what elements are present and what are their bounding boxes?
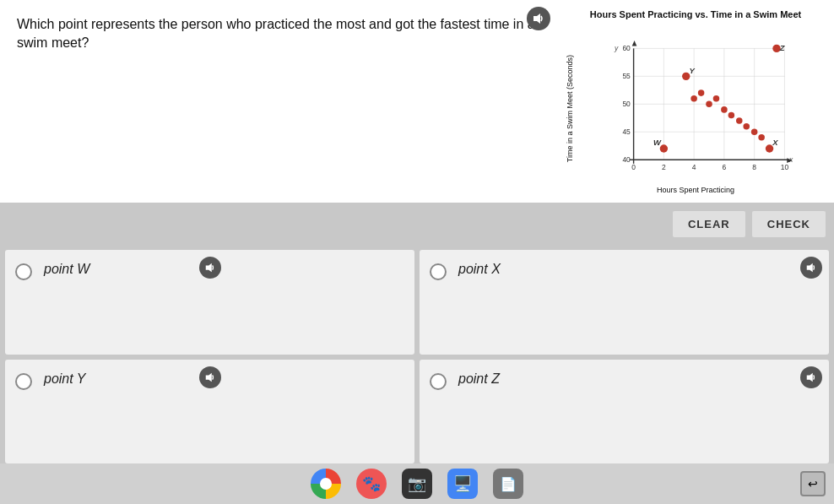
svg-text:8: 8 (752, 164, 756, 172)
speaker-Z[interactable] (800, 366, 822, 388)
point-W-label: W (653, 138, 662, 147)
answer-option-W: point W (5, 250, 414, 355)
svg-marker-41 (205, 372, 211, 382)
svg-marker-40 (807, 263, 813, 273)
taskbar-exit-icon[interactable]: ↩ (800, 471, 826, 496)
svg-point-35 (736, 117, 743, 124)
taskbar-camera-icon[interactable]: 📷 (402, 469, 432, 499)
question-text: Which point represents the person who pr… (17, 15, 540, 53)
radio-Z[interactable] (430, 373, 447, 390)
point-X-label: X (772, 138, 778, 147)
svg-point-29 (690, 95, 697, 102)
svg-text:6: 6 (722, 164, 726, 172)
svg-point-34 (728, 112, 734, 119)
svg-point-37 (751, 129, 758, 136)
action-row: CLEAR CHECK (557, 203, 834, 245)
label-Z: point Z (458, 371, 500, 387)
taskbar-rect-icon[interactable]: 🖥️ (447, 469, 478, 499)
speaker-Y[interactable] (199, 366, 221, 388)
chart-svg: 60 y 55 50 45 40 0 2 4 6 8 10 x (577, 41, 826, 176)
label-Y: point Y (44, 371, 86, 387)
svg-text:40: 40 (622, 155, 631, 164)
svg-text:60: 60 (622, 44, 631, 52)
svg-marker-42 (807, 372, 813, 382)
radio-W[interactable] (15, 263, 32, 280)
y-axis-label: Time in a Swim Meet (Seconds) (566, 55, 575, 162)
radio-X[interactable] (430, 263, 447, 280)
x-axis-label: Hours Spent Practicing (657, 186, 734, 194)
chart-title: Hours Spent Practicing vs. Time in a Swi… (590, 8, 801, 20)
answer-option-Z: point Z (420, 360, 829, 464)
taskbar-chrome-icon[interactable] (311, 469, 341, 499)
chart-area: Hours Spent Practicing vs. Time in a Swi… (557, 0, 834, 203)
svg-point-31 (706, 101, 712, 108)
svg-text:50: 50 (622, 100, 631, 108)
svg-point-33 (721, 106, 728, 113)
speaker-W[interactable] (199, 257, 221, 279)
svg-text:4: 4 (692, 164, 696, 172)
svg-text:55: 55 (622, 72, 631, 80)
svg-point-36 (743, 123, 750, 130)
question-speaker-button[interactable] (527, 7, 550, 30)
point-W-dot (659, 144, 667, 152)
svg-marker-28 (632, 41, 637, 46)
svg-text:2: 2 (662, 164, 666, 172)
taskbar-doc-icon[interactable]: 📄 (493, 469, 523, 499)
svg-text:10: 10 (781, 164, 789, 172)
answer-option-X: point X (420, 250, 829, 355)
label-X: point X (458, 262, 501, 277)
answers-grid: point W point X point Y point Z (0, 245, 834, 469)
answer-option-Y: point Y (5, 360, 414, 464)
svg-text:0: 0 (631, 164, 636, 172)
svg-point-32 (713, 95, 720, 102)
radio-Y[interactable] (15, 373, 32, 390)
svg-text:y: y (614, 44, 619, 52)
svg-text:45: 45 (622, 127, 631, 136)
question-area: Which point represents the person who pr… (0, 0, 557, 203)
clear-button[interactable]: CLEAR (673, 211, 745, 237)
svg-marker-0 (533, 14, 540, 24)
chart-plot-area: 60 y 55 50 45 40 0 2 4 6 8 10 x (577, 41, 826, 176)
point-Y-label: Y (689, 66, 695, 75)
taskbar: 🐾 📷 🖥️ 📄 ↩ (0, 463, 834, 504)
label-W: point W (44, 262, 89, 277)
svg-point-38 (758, 134, 765, 141)
check-button[interactable]: CHECK (752, 211, 826, 237)
svg-point-30 (698, 89, 705, 96)
svg-marker-39 (205, 263, 211, 273)
taskbar-paw-icon[interactable]: 🐾 (356, 469, 387, 499)
speaker-X[interactable] (800, 257, 822, 279)
